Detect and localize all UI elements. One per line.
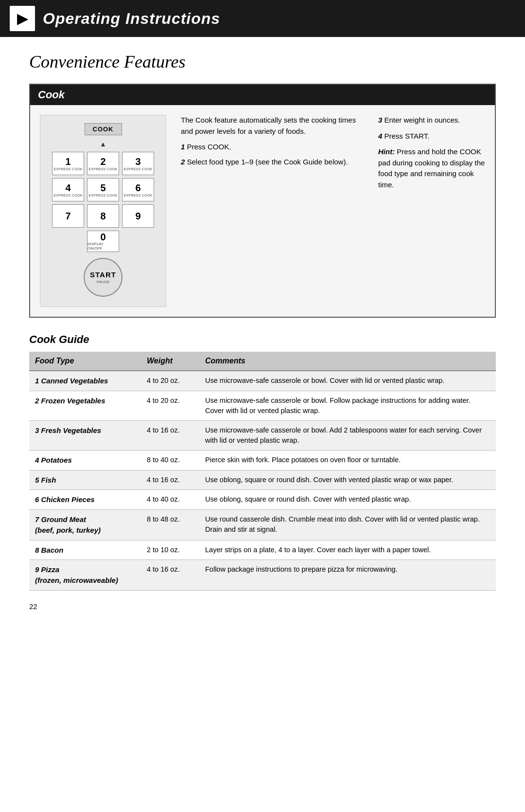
- logo: ▶: [10, 6, 35, 31]
- weight-cell: 4 to 16 oz.: [141, 470, 199, 490]
- food-type-cell: 1 Canned Vegetables: [29, 371, 141, 391]
- step-4: 4 Press START.: [378, 131, 485, 142]
- table-row: 8 Bacon2 to 10 oz.Layer strips on a plat…: [29, 540, 496, 560]
- weight-cell: 4 to 16 oz.: [141, 560, 199, 591]
- keypad-row-4: 0 DISPLAY ON/OFF: [87, 231, 119, 252]
- cook-guide-table: Food Type Weight Comments 1 Canned Veget…: [29, 352, 496, 591]
- section-title: Convenience Features: [29, 52, 496, 72]
- instructions-panel: The Cook feature automatically sets the …: [166, 115, 378, 307]
- food-type-cell: 3 Fresh Vegetables: [29, 420, 141, 450]
- key-4[interactable]: 4 EXPRESS COOK: [52, 178, 84, 201]
- hint-text: Hint: Press and hold the COOK pad during…: [378, 146, 485, 190]
- key-2[interactable]: 2 EXPRESS COOK: [87, 152, 119, 175]
- food-type-cell: 5 Fish: [29, 470, 141, 490]
- weight-cell: 4 to 20 oz.: [141, 391, 199, 420]
- food-type-cell: 8 Bacon: [29, 540, 141, 560]
- key-5[interactable]: 5 EXPRESS COOK: [87, 178, 119, 201]
- keypad-row-2: 4 EXPRESS COOK 5 EXPRESS COOK 6 EXPRESS …: [52, 178, 154, 201]
- page-content: Convenience Features Cook COOK ▲ 1 EXPRE…: [0, 37, 525, 630]
- col-header-food-type: Food Type: [29, 352, 141, 371]
- food-type-cell: 2 Frozen Vegetables: [29, 391, 141, 420]
- key-3[interactable]: 3 EXPRESS COOK: [122, 152, 154, 175]
- arrow-up-icon: ▲: [100, 140, 106, 148]
- cook-section-header-text: Cook: [38, 89, 65, 101]
- food-type-cell: 9 Pizza(frozen, microwaveable): [29, 560, 141, 591]
- key-8[interactable]: 8: [87, 204, 119, 228]
- comments-cell: Use microwave-safe casserole or bowl. Ad…: [199, 420, 496, 450]
- weight-cell: 8 to 48 oz.: [141, 510, 199, 541]
- comments-cell: Use microwave-safe casserole or bowl. Co…: [199, 371, 496, 391]
- comments-cell: Use oblong, square or round dish. Cover …: [199, 470, 496, 490]
- step-1: 1 Press COOK.: [181, 142, 364, 153]
- key-7[interactable]: 7: [52, 204, 84, 228]
- table-row: 7 Ground Meat(beef, pork, turkey)8 to 48…: [29, 510, 496, 541]
- table-row: 9 Pizza(frozen, microwaveable)4 to 16 oz…: [29, 560, 496, 591]
- table-header-row: Food Type Weight Comments: [29, 352, 496, 371]
- keypad-panel: COOK ▲ 1 EXPRESS COOK 2 EXPRESS COOK 3 E…: [40, 115, 166, 307]
- weight-cell: 8 to 40 oz.: [141, 450, 199, 470]
- cook-section: Cook COOK ▲ 1 EXPRESS COOK 2 EXPRESS COO…: [29, 84, 496, 318]
- weight-cell: 4 to 20 oz.: [141, 371, 199, 391]
- key-1[interactable]: 1 EXPRESS COOK: [52, 152, 84, 175]
- header: ▶ Operating Instructions: [0, 0, 525, 37]
- header-title: Operating Instructions: [43, 10, 220, 28]
- comments-cell: Pierce skin with fork. Place potatoes on…: [199, 450, 496, 470]
- key-0[interactable]: 0 DISPLAY ON/OFF: [87, 231, 119, 252]
- table-row: 2 Frozen Vegetables4 to 20 oz.Use microw…: [29, 391, 496, 420]
- table-row: 3 Fresh Vegetables4 to 16 oz.Use microwa…: [29, 420, 496, 450]
- page-number: 22: [29, 602, 496, 611]
- keypad-row-1: 1 EXPRESS COOK 2 EXPRESS COOK 3 EXPRESS …: [52, 152, 154, 175]
- comments-cell: Use round casserole dish. Crumble meat i…: [199, 510, 496, 541]
- cook-key[interactable]: COOK: [85, 123, 122, 135]
- step-3: 3 Enter weight in ounces.: [378, 115, 485, 126]
- comments-cell: Use oblong, square or round dish. Cover …: [199, 490, 496, 510]
- cook-description: The Cook feature automatically sets the …: [181, 115, 364, 137]
- cook-guide: Cook Guide Food Type Weight Comments 1 C…: [29, 333, 496, 591]
- comments-cell: Layer strips on a plate, 4 to a layer. C…: [199, 540, 496, 560]
- col-header-comments: Comments: [199, 352, 496, 371]
- col-header-weight: Weight: [141, 352, 199, 371]
- key-9[interactable]: 9: [122, 204, 154, 228]
- start-button[interactable]: START PAUSE: [84, 258, 122, 297]
- key-6[interactable]: 6 EXPRESS COOK: [122, 178, 154, 201]
- step-2: 2 Select food type 1–9 (see the Cook Gui…: [181, 157, 364, 168]
- food-type-cell: 6 Chicken Pieces: [29, 490, 141, 510]
- weight-cell: 4 to 40 oz.: [141, 490, 199, 510]
- food-type-cell: 7 Ground Meat(beef, pork, turkey): [29, 510, 141, 541]
- cook-section-body: COOK ▲ 1 EXPRESS COOK 2 EXPRESS COOK 3 E…: [30, 105, 495, 317]
- table-row: 1 Canned Vegetables4 to 20 oz.Use microw…: [29, 371, 496, 391]
- cook-section-header: Cook: [30, 85, 495, 105]
- food-type-cell: 4 Potatoes: [29, 450, 141, 470]
- hint-panel: 3 Enter weight in ounces. 4 Press START.…: [378, 115, 485, 307]
- weight-cell: 2 to 10 oz.: [141, 540, 199, 560]
- cook-guide-title: Cook Guide: [29, 333, 496, 346]
- table-row: 4 Potatoes8 to 40 oz.Pierce skin with fo…: [29, 450, 496, 470]
- weight-cell: 4 to 16 oz.: [141, 420, 199, 450]
- keypad-row-3: 7 8 9: [52, 204, 154, 228]
- table-row: 6 Chicken Pieces4 to 40 oz.Use oblong, s…: [29, 490, 496, 510]
- comments-cell: Use microwave-safe casserole or bowl. Fo…: [199, 391, 496, 420]
- table-row: 5 Fish4 to 16 oz.Use oblong, square or r…: [29, 470, 496, 490]
- comments-cell: Follow package instructions to prepare p…: [199, 560, 496, 591]
